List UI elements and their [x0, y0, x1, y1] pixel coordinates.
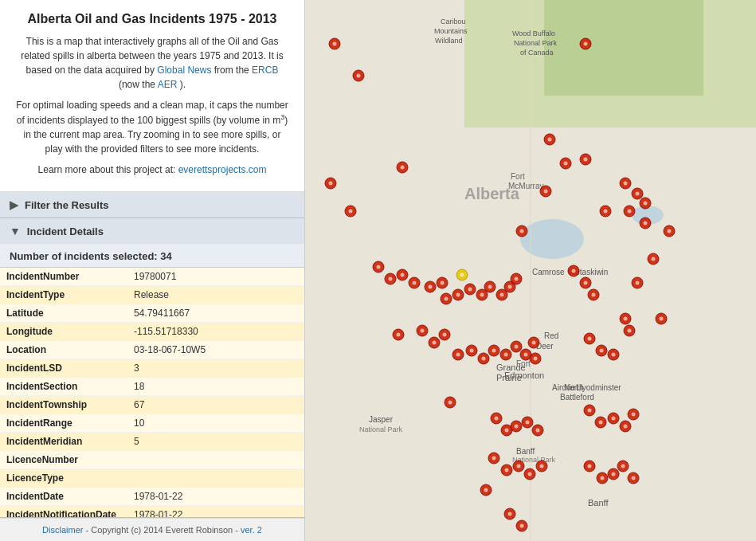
map-marker[interactable] — [632, 277, 643, 288]
map-marker[interactable] — [397, 162, 408, 173]
map-marker[interactable] — [608, 468, 619, 480]
link-everett[interactable]: everettsprojects.com — [178, 164, 267, 175]
map-marker[interactable] — [353, 70, 364, 81]
map-marker[interactable] — [393, 329, 404, 340]
map-marker[interactable] — [445, 397, 456, 408]
incident-data-table: IncidentNumber19780071IncidentTypeReleas… — [0, 268, 304, 517]
map-marker[interactable] — [620, 313, 631, 324]
link-aer[interactable]: AER — [158, 79, 178, 90]
svg-point-130 — [515, 345, 519, 349]
svg-point-114 — [421, 329, 425, 333]
map-marker[interactable] — [516, 520, 527, 531]
map-marker[interactable] — [516, 225, 527, 237]
table-cell-key: IncidentType — [0, 286, 127, 304]
incident-details-header[interactable]: ▼ Incident Details — [0, 218, 304, 244]
map-marker[interactable] — [528, 337, 539, 348]
map-marker[interactable] — [596, 345, 607, 356]
map-marker[interactable] — [620, 178, 631, 189]
svg-point-38 — [584, 42, 588, 46]
map-marker[interactable] — [595, 417, 606, 428]
map-marker[interactable] — [513, 461, 524, 472]
map-marker[interactable] — [628, 409, 639, 420]
map-marker[interactable] — [397, 269, 408, 280]
table-wrapper[interactable]: IncidentNumber19780071IncidentTypeReleas… — [0, 268, 304, 517]
map-marker[interactable] — [452, 349, 464, 360]
map-marker[interactable] — [656, 313, 667, 324]
map-marker[interactable] — [640, 218, 651, 229]
map-marker[interactable] — [628, 472, 639, 484]
map-marker[interactable] — [511, 273, 522, 284]
link-version[interactable]: ver. 2 — [241, 525, 262, 535]
map-marker[interactable] — [544, 134, 555, 145]
link-ercb[interactable]: ERCB — [252, 65, 278, 76]
map-marker[interactable] — [329, 38, 340, 49]
svg-point-98 — [508, 285, 512, 289]
table-body: IncidentNumber19780071IncidentTypeReleas… — [0, 268, 304, 517]
map-marker[interactable] — [608, 349, 619, 360]
map-marker[interactable] — [560, 158, 571, 169]
map-marker[interactable] — [452, 289, 464, 300]
map-marker[interactable] — [530, 353, 541, 364]
map-marker[interactable] — [441, 293, 452, 304]
map-marker[interactable] — [597, 472, 608, 484]
map-marker[interactable] — [648, 253, 659, 265]
map-marker[interactable] — [373, 261, 384, 272]
svg-point-190 — [632, 476, 636, 480]
svg-point-68 — [644, 221, 648, 225]
map-marker[interactable] — [664, 225, 675, 237]
map-marker[interactable] — [632, 188, 643, 199]
map-marker[interactable] — [580, 38, 591, 49]
map-marker[interactable] — [409, 277, 420, 288]
map-marker[interactable] — [536, 461, 547, 472]
map-marker[interactable] — [385, 273, 396, 284]
table-cell-value: 5 — [127, 433, 304, 451]
map-marker[interactable] — [464, 284, 476, 295]
map-marker[interactable] — [532, 425, 543, 436]
map-marker[interactable] — [608, 413, 619, 424]
map-marker[interactable] — [617, 461, 629, 472]
map-marker[interactable] — [429, 337, 440, 348]
map-marker[interactable] — [345, 206, 356, 217]
map-marker[interactable] — [568, 265, 579, 276]
map-marker[interactable] — [504, 508, 515, 519]
map-marker[interactable] — [325, 178, 336, 189]
map-marker[interactable] — [584, 461, 595, 472]
map-marker[interactable] — [488, 345, 499, 356]
map-marker[interactable] — [640, 198, 651, 209]
map-marker[interactable] — [580, 277, 591, 288]
filter-section-header[interactable]: ▶ Filter the Results — [0, 192, 304, 218]
map-marker[interactable] — [488, 453, 499, 464]
svg-point-150 — [495, 417, 499, 421]
map-marker[interactable] — [580, 154, 591, 165]
map-marker[interactable] — [466, 345, 477, 356]
link-global-news[interactable]: Global News — [157, 65, 211, 76]
map-marker[interactable] — [584, 405, 595, 416]
map-marker[interactable] — [522, 417, 533, 428]
map-marker[interactable] — [588, 289, 599, 300]
filter-section-label: Filter the Results — [25, 199, 108, 211]
map-marker[interactable] — [417, 325, 428, 336]
map-marker[interactable] — [437, 277, 448, 288]
map-area[interactable]: Alberta Grande Prairie Fort Fort McMurra… — [305, 0, 756, 541]
map-marker[interactable] — [511, 341, 522, 352]
link-disclaimer[interactable]: Disclaimer — [42, 525, 83, 535]
svg-point-172 — [505, 468, 509, 472]
map-marker[interactable] — [600, 206, 611, 217]
map-marker[interactable] — [484, 281, 496, 292]
map-marker[interactable] — [511, 421, 522, 432]
map-marker[interactable] — [480, 484, 492, 496]
map-marker[interactable] — [624, 206, 635, 217]
table-cell-value: 54.79411667 — [127, 304, 304, 323]
map-marker[interactable] — [584, 333, 595, 344]
map-marker[interactable] — [620, 421, 631, 432]
map-marker[interactable] — [624, 325, 635, 336]
map-marker[interactable] — [456, 269, 468, 280]
map-marker[interactable] — [439, 329, 450, 340]
map-marker[interactable] — [491, 413, 502, 424]
map-marker[interactable] — [501, 465, 512, 476]
map-marker[interactable] — [524, 468, 535, 480]
map-marker[interactable] — [425, 281, 436, 292]
map-marker[interactable] — [500, 349, 511, 360]
map-marker[interactable] — [540, 186, 551, 197]
map-marker[interactable] — [478, 353, 489, 364]
